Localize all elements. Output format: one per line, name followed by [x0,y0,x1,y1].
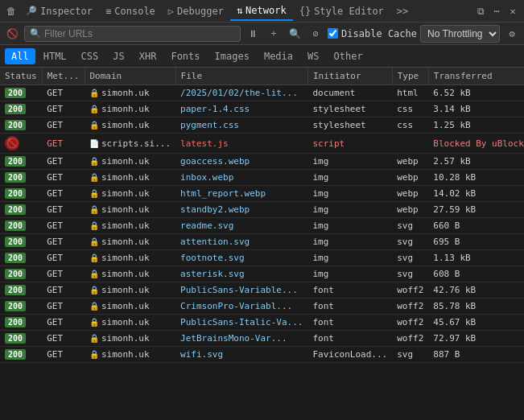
close-icon[interactable]: ✕ [505,3,521,19]
table-row[interactable]: 200 GET 🔒 simonh.uk html_report.webp img… [0,186,524,202]
file-cell[interactable]: footnote.svg [175,250,307,266]
file-cell[interactable]: wifi.svg [175,347,307,363]
col-header-status[interactable]: Status [0,68,42,85]
initiator-cell: script [307,134,392,154]
type-tab-ws[interactable]: WS [301,48,325,64]
clear-requests-icon[interactable]: 🚫 [3,25,21,43]
top-toolbar: 🗑 🔎 Inspector ≡ Console ▷ Debugger ⇅ Net… [0,0,524,23]
file-link[interactable]: PublicSans-Variable... [180,285,298,295]
type-tab-css[interactable]: CSS [75,48,105,64]
settings-icon[interactable]: ⚙ [503,25,521,43]
type-tab-js[interactable]: JS [106,48,130,64]
file-cell[interactable]: standby2.webp [175,202,307,218]
file-cell[interactable]: latest.js [175,134,307,154]
file-cell[interactable]: PublicSans-Italic-Va... [175,315,307,331]
table-row[interactable]: 200 GET 🔒 simonh.uk JetBrainsMono-Var...… [0,331,524,347]
domain-cell: 🔒 simonh.uk [85,250,175,266]
block-icon[interactable]: ⊘ [307,25,324,43]
table-row[interactable]: 200 GET 🔒 simonh.uk paper-1.4.css styles… [0,101,524,117]
file-link[interactable]: pygment.css [180,120,239,130]
file-cell[interactable]: inbox.webp [175,170,307,186]
table-row[interactable]: 200 GET 🔒 simonh.uk /2025/01/02/the-lit.… [0,85,524,101]
disable-cache-checkbox[interactable] [328,28,338,39]
tab-style-editor[interactable]: {} Style Editor [293,2,390,20]
col-header-type[interactable]: Type [392,68,428,85]
file-cell[interactable]: paper-1.4.css [175,101,307,117]
tab-debugger[interactable]: ▷ Debugger [162,2,230,20]
disable-cache-label[interactable]: Disable Cache [341,28,417,39]
tab-console[interactable]: ≡ Console [99,2,162,20]
table-row[interactable]: 200 GET 🔒 simonh.uk CrimsonPro-Variabl..… [0,299,524,315]
type-tab-html[interactable]: HTML [37,48,73,64]
file-link[interactable]: wifi.svg [180,349,223,360]
type-tab-media[interactable]: Media [258,48,299,64]
lock-icon: 🔒 [89,89,99,97]
table-row[interactable]: 200 GET 🔒 simonh.uk attention.svg img sv… [0,234,524,250]
type-tab-xhr[interactable]: XHR [133,48,163,64]
type-tab-images[interactable]: Images [208,48,256,64]
file-link[interactable]: goaccess.webp [180,156,250,167]
file-cell[interactable]: pygment.css [175,117,307,134]
file-cell[interactable]: attention.svg [175,234,307,250]
file-link[interactable]: standby2.webp [180,204,250,215]
file-cell[interactable]: CrimsonPro-Variabl... [175,299,307,315]
file-cell[interactable]: /2025/01/02/the-lit... [175,85,307,101]
file-link[interactable]: asterisk.svg [180,269,244,279]
file-link[interactable]: CrimsonPro-Variabl... [180,301,292,311]
throttle-select[interactable]: No Throttling [420,25,500,43]
file-link[interactable]: JetBrainsMono-Var... [180,333,287,344]
type-tab-other[interactable]: Other [327,48,369,64]
trash-icon[interactable]: 🗑 [3,3,19,19]
col-header-file[interactable]: File [175,68,307,85]
file-cell[interactable]: html_report.webp [175,186,307,202]
tab-more[interactable]: >> [390,2,415,20]
table-row[interactable]: 200 GET 🔒 simonh.uk readme.svg img svg 6… [0,218,524,234]
file-link[interactable]: html_report.webp [180,188,266,199]
col-header-transferred[interactable]: Transferred [428,68,524,85]
table-row[interactable]: 200 GET 🔒 simonh.uk standby2.webp img we… [0,202,524,218]
col-header-domain[interactable]: Domain [85,68,175,85]
more-tools-icon[interactable]: ⋯ [489,3,505,19]
tab-network[interactable]: ⇅ Network [230,2,293,21]
type-tab-fonts[interactable]: Fonts [164,48,206,64]
file-link[interactable]: footnote.svg [180,253,244,263]
col-header-method[interactable]: Met... [42,68,85,85]
file-cell[interactable]: asterisk.svg [175,266,307,282]
table-row[interactable]: 200 GET 🔒 simonh.uk wifi.svg FaviconLoad… [0,347,524,363]
table-row[interactable]: 200 GET 🔒 simonh.uk pygment.css styleshe… [0,117,524,134]
table-row[interactable]: 🚫 GET 📄 scripts.si... latest.js script B… [0,134,524,154]
file-cell[interactable]: PublicSans-Variable... [175,282,307,299]
table-row[interactable]: 200 GET 🔒 simonh.uk footnote.svg img svg… [0,250,524,266]
col-header-initiator[interactable]: Initiator [307,68,392,85]
file-link[interactable]: attention.svg [180,237,250,247]
initiator-cell: img [307,154,392,170]
file-link[interactable]: readme.svg [180,220,233,231]
lock-icon: 🔒 [89,253,99,262]
table-row[interactable]: 200 GET 🔒 simonh.uk inbox.webp img webp … [0,170,524,186]
file-cell[interactable]: JetBrainsMono-Var... [175,331,307,347]
domain-cell: 🔒 simonh.uk [85,315,175,331]
type-tab-all[interactable]: All [5,48,35,64]
table-row[interactable]: 200 GET 🔒 simonh.uk PublicSans-Variable.… [0,282,524,299]
status-badge: 200 [5,156,26,167]
table-row[interactable]: 200 GET 🔒 simonh.uk PublicSans-Italic-Va… [0,315,524,331]
transferred-cell: Blocked By uBlock Origin [428,134,524,154]
file-cell[interactable]: readme.svg [175,218,307,234]
file-link[interactable]: inbox.webp [180,172,233,183]
table-row[interactable]: 200 GET 🔒 simonh.uk goaccess.webp img we… [0,154,524,170]
file-cell[interactable]: goaccess.webp [175,154,307,170]
transferred-cell: 2.57 kB [428,154,524,170]
lock-icon: 🔒 [89,105,99,113]
filter-input[interactable] [44,28,235,39]
file-link[interactable]: /2025/01/02/the-lit... [180,88,298,98]
file-link[interactable]: PublicSans-Italic-Va... [180,317,303,327]
add-icon[interactable]: ＋ [265,25,283,43]
tab-inspector[interactable]: 🔎 Inspector [19,2,99,20]
responsive-icon[interactable]: ⧉ [472,3,489,19]
pause-icon[interactable]: ⏸ [244,25,262,43]
status-cell: 200 [0,250,42,266]
file-link[interactable]: latest.js [180,138,229,149]
search-icon[interactable]: 🔍 [286,25,303,43]
table-row[interactable]: 200 GET 🔒 simonh.uk asterisk.svg img svg… [0,266,524,282]
file-link[interactable]: paper-1.4.css [180,104,250,114]
